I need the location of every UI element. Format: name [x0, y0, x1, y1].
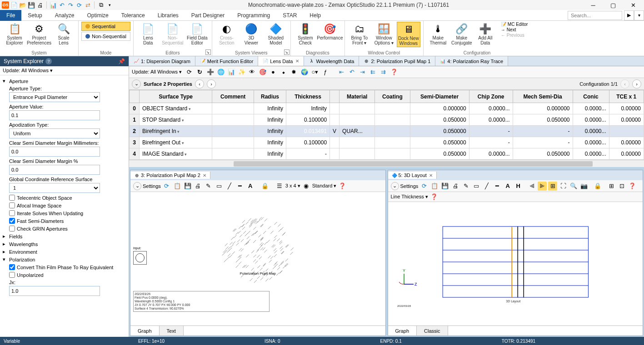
- col-header[interactable]: Thickness: [286, 90, 330, 103]
- grid-cell[interactable]: [212, 148, 254, 160]
- pupil-dash-icon[interactable]: ━: [235, 182, 245, 191]
- layout-zoom-icon[interactable]: 🔍: [569, 182, 578, 191]
- tb-refresh-icon[interactable]: ⟳: [185, 68, 194, 77]
- layout-dot-icon[interactable]: ⊡: [617, 182, 626, 191]
- ribbon-3d-viewer[interactable]: 🔵3D Viewer: [240, 22, 263, 46]
- section-wavelengths[interactable]: ▸Wavelengths: [3, 240, 126, 248]
- tb-expand-icon[interactable]: ⇥: [358, 68, 367, 77]
- ribbon-make-conjugate[interactable]: 🔗Make Conjugate: [450, 22, 474, 46]
- menu-libraries[interactable]: Libraries: [151, 10, 185, 21]
- qat-undo-icon[interactable]: ↶: [58, 1, 65, 9]
- aperture-section[interactable]: ▾Aperture: [3, 77, 126, 85]
- grid-cell[interactable]: STOP Standard: [140, 114, 212, 126]
- section-fields[interactable]: ▸Fields: [3, 232, 126, 240]
- ribbon-project-preferences[interactable]: ⚙Project Preferences: [27, 22, 51, 46]
- layout-h-icon[interactable]: H: [514, 182, 523, 191]
- tb-fx-icon[interactable]: ƒ: [321, 68, 330, 77]
- ribbon-window-options-[interactable]: 🪟Window Options ▾: [372, 22, 396, 46]
- grid-hscrollbar[interactable]: [129, 160, 644, 167]
- grid-cell[interactable]: Infinity: [286, 103, 330, 114]
- surface-row-0[interactable]: 0OBJECT StandardInfinityInfinity0.000000…: [130, 103, 644, 114]
- grid-cell[interactable]: -: [513, 126, 573, 137]
- tab-merit-function-editor[interactable]: 📝Merit Function Editor: [195, 56, 258, 66]
- pupil-rect-icon[interactable]: ▭: [215, 182, 224, 191]
- grid-cell[interactable]: Birefringent Out: [140, 137, 212, 148]
- layout-axes3-icon[interactable]: ⊞: [548, 182, 557, 191]
- pin-icon[interactable]: 📌: [118, 58, 125, 64]
- tb-diamond-icon[interactable]: ⬥: [279, 68, 288, 77]
- layout-settings-button[interactable]: Settings: [400, 183, 419, 189]
- menu-setup[interactable]: Setup: [21, 10, 48, 21]
- tab-lens-data[interactable]: 📄Lens Data✕: [258, 56, 304, 66]
- grid-cell[interactable]: [339, 114, 375, 126]
- pupil-settings-button[interactable]: Settings: [143, 183, 161, 189]
- check-convert-thin-film-phase-to-ray-equivalent[interactable]: [9, 264, 15, 270]
- tb-wand-icon[interactable]: ✨: [237, 68, 246, 77]
- tb-star-icon[interactable]: ✸: [290, 68, 299, 77]
- editors-launcher[interactable]: ↘: [205, 49, 211, 55]
- line-thickness-dropdown[interactable]: Line Thickness ▾: [391, 194, 428, 200]
- grid-cell[interactable]: [212, 103, 254, 114]
- grid-cell[interactable]: [330, 137, 339, 148]
- col-header[interactable]: Material: [339, 90, 375, 103]
- tb-left-arrows-icon[interactable]: ⇇: [369, 68, 378, 77]
- tb-collapse-icon[interactable]: ⇤: [337, 68, 346, 77]
- grid-cell[interactable]: Infinity: [254, 137, 286, 148]
- layout-cam-icon[interactable]: 📷: [579, 182, 589, 191]
- config-next-button[interactable]: ›: [632, 79, 641, 89]
- tb-help-icon[interactable]: ❓: [389, 68, 399, 77]
- grid-cell[interactable]: 0.00000: [609, 103, 644, 114]
- grid-cell[interactable]: QUAR...: [339, 126, 375, 137]
- grid-cell[interactable]: Infinity: [254, 148, 286, 160]
- grid-cell[interactable]: 0.050000: [410, 148, 469, 160]
- ribbon-system-check[interactable]: 🚦System Check: [294, 22, 317, 46]
- layout-dash-icon[interactable]: ━: [493, 182, 502, 191]
- grid-cell[interactable]: [375, 148, 410, 160]
- qat-print-icon[interactable]: 🖨: [36, 1, 44, 9]
- check-check-grin-apertures[interactable]: [9, 226, 15, 232]
- pupil-help-icon[interactable]: ❓: [338, 182, 347, 191]
- config-mc-editor[interactable]: 📝MC Editor: [501, 22, 528, 27]
- pupil-line-icon[interactable]: ╱: [225, 182, 234, 191]
- grid-cell[interactable]: Birefringent In: [140, 126, 212, 137]
- layout-text-icon[interactable]: A: [503, 182, 512, 191]
- pupil-graph-tab[interactable]: Graph: [130, 326, 160, 335]
- qat-dropdown-icon[interactable]: ▾: [106, 1, 113, 9]
- col-header[interactable]: [330, 90, 339, 103]
- menu-star[interactable]: STAR: [276, 10, 303, 21]
- qat-chart-icon[interactable]: 📊: [50, 1, 57, 9]
- aperture-type-select[interactable]: Entrance Pupil Diameter: [9, 92, 100, 102]
- grid-cell[interactable]: 0.100000: [286, 137, 330, 148]
- check-unpolarized[interactable]: [9, 272, 15, 278]
- layout-classic-tab[interactable]: Classic: [417, 326, 448, 335]
- help-icon[interactable]: ?: [45, 58, 52, 64]
- grid-cell[interactable]: IMAGE Standard: [140, 148, 212, 160]
- ribbon-make-thermal[interactable]: 🌡Make Thermal: [426, 22, 450, 46]
- grid-cell[interactable]: 0.0000...: [573, 148, 609, 160]
- tb-bold-refresh-icon[interactable]: ↻: [195, 68, 205, 77]
- pupil-save-icon[interactable]: 💾: [183, 182, 192, 191]
- csd-mm-input[interactable]: [9, 147, 100, 157]
- grid-cell[interactable]: 0.100000: [286, 114, 330, 126]
- pupil-tab[interactable]: ⊕3: Polarization Pupil Map 2✕: [130, 172, 210, 179]
- ribbon-performance[interactable]: 🎯Performance: [318, 22, 342, 41]
- grid-cell[interactable]: [339, 148, 375, 160]
- pupil-pen-icon[interactable]: ✎: [204, 182, 213, 191]
- grid-cell[interactable]: 2: [130, 126, 140, 137]
- search-menu-button[interactable]: ▾: [634, 10, 644, 20]
- viewers-launcher[interactable]: ↘: [284, 49, 290, 55]
- grid-cell[interactable]: 3: [130, 137, 140, 148]
- ribbon-field-data-editor[interactable]: 📄Field Data Editor: [185, 22, 209, 46]
- layout-pen-icon[interactable]: ✎: [461, 182, 470, 191]
- qat-refresh-icon[interactable]: ⟳: [75, 1, 83, 9]
- col-header[interactable]: Comment: [212, 90, 254, 103]
- ribbon-add-all-data[interactable]: ➕Add All Data: [474, 22, 497, 46]
- qat-windows-icon[interactable]: ⧉: [97, 1, 105, 9]
- layout-help2-icon[interactable]: ❓: [429, 192, 439, 202]
- col-header[interactable]: Mech Semi-Dia: [513, 90, 573, 103]
- layout-copy-icon[interactable]: 📋: [430, 182, 439, 191]
- ribbon-system-explorer[interactable]: 📋System Explorer: [3, 22, 26, 46]
- check-fast-semi-diameters[interactable]: [9, 218, 15, 224]
- tb-globe-icon[interactable]: 🌐: [216, 68, 225, 77]
- grid-cell[interactable]: -: [513, 137, 573, 148]
